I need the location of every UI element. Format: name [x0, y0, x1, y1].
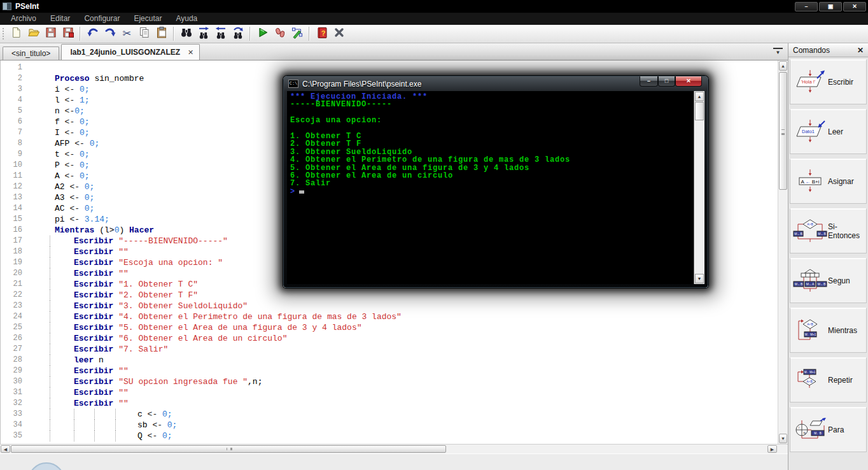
code-text: A2 <- 0; [55, 182, 94, 192]
menu-archivo[interactable]: Archivo [4, 13, 43, 25]
command-repetir[interactable]: M←M+1A<BRepetir [790, 357, 867, 402]
menu-ayuda[interactable]: Ayuda [169, 13, 204, 25]
restore-button[interactable]: ▣ [819, 2, 842, 11]
menu-editar[interactable]: Editar [43, 13, 77, 25]
console-scroll-thumb[interactable] [695, 102, 704, 120]
minimize-button[interactable]: – [795, 2, 818, 11]
editor-hscroll-thumb[interactable] [11, 445, 446, 453]
code-line-22[interactable]: 22Escribir "2. Obtener T F" [1, 290, 778, 301]
code-line-29[interactable]: 29Escribir "" [1, 366, 778, 376]
command-list: 'Hola !'EscribirDato1LeerA ← B+iAsignarA… [788, 57, 868, 470]
run-button[interactable] [254, 26, 271, 42]
command-segun[interactable]: M←BM←AM←BSegun [790, 258, 867, 303]
code-line-24[interactable]: 24Escribir "4. Obtener el Perimetro de u… [1, 311, 778, 322]
console-icon: C:\ [288, 80, 298, 88]
new-icon [10, 26, 23, 41]
command-leer[interactable]: Dato1Leer [790, 109, 867, 154]
cut-icon: ✂ [123, 28, 131, 39]
close-file-button[interactable] [330, 26, 347, 42]
save-button[interactable] [42, 26, 59, 42]
code-line-34[interactable]: 34sb <- 0; [1, 420, 778, 431]
close-icon[interactable]: ✕ [857, 46, 864, 55]
find-prev-button[interactable] [212, 26, 229, 42]
code-line-31[interactable]: 31Escribir "" [1, 387, 778, 398]
redo-button[interactable] [101, 26, 118, 42]
command-asignar[interactable]: A ← B+iAsignar [790, 159, 867, 204]
code-line-35[interactable]: 35Q <- 0; [1, 431, 778, 441]
editor-horizontal-scrollbar[interactable]: ◀ ▶ [0, 444, 788, 453]
code-line-23[interactable]: 23Escribir "3. Obtener SueldoLiquido" [1, 301, 778, 311]
console-scrollbar[interactable]: ▲ ▼ [694, 91, 704, 284]
close-icon[interactable]: ✕ [188, 48, 193, 57]
commands-panel-title: Comandos [793, 46, 857, 55]
cut-button[interactable]: ✂ [118, 26, 136, 42]
line-number: 20 [1, 268, 22, 279]
menu-configurar[interactable]: Configurar [77, 13, 127, 25]
code-text: A3 <- 0; [55, 192, 94, 203]
line-number: 13 [1, 192, 22, 203]
save-as-button[interactable] [59, 26, 76, 42]
replace-button[interactable] [229, 26, 246, 42]
find-next-icon [197, 26, 210, 41]
line-number: 15 [1, 214, 22, 225]
scroll-right-icon[interactable]: ▶ [767, 445, 777, 453]
copy-button[interactable] [136, 26, 153, 42]
code-text: Escribir "" [74, 268, 129, 279]
find-button[interactable] [178, 26, 195, 42]
command-para[interactable]: iNM←BPara [790, 407, 867, 452]
code-text: Escribir "7. Salir" [74, 344, 168, 355]
open-button[interactable] [25, 26, 42, 42]
run-steps-button[interactable] [271, 26, 288, 42]
scroll-down-icon[interactable]: ▼ [695, 274, 704, 283]
command-si-entonces[interactable]: A>BM←BM←BSi-Entonces [790, 208, 867, 253]
find-next-button[interactable] [195, 26, 212, 42]
code-line-1[interactable]: 1 [1, 62, 778, 73]
indent-guide [50, 366, 50, 376]
editor-vscroll-thumb[interactable] [779, 72, 787, 190]
code-line-27[interactable]: 27Escribir "7. Salir" [1, 344, 778, 355]
line-number: 16 [1, 225, 22, 236]
line-number: 22 [1, 290, 22, 301]
svg-text:M←M+1: M←M+1 [804, 371, 816, 374]
scroll-down-icon[interactable]: ▼ [779, 434, 787, 443]
console-line-4: Escoja una opcion: [290, 117, 694, 124]
code-line-28[interactable]: 28leer n [1, 355, 778, 366]
scroll-up-icon[interactable]: ▲ [779, 61, 787, 71]
console-maximize-button[interactable]: □ [658, 76, 675, 87]
code-line-32[interactable]: 32Escribir "" [1, 398, 778, 409]
help-button[interactable]: ? [313, 26, 330, 42]
console-close-button[interactable]: ✕ [675, 76, 702, 87]
command-escribir[interactable]: 'Hola !'Escribir [790, 59, 867, 104]
edit-flowchart-button[interactable] [288, 26, 305, 42]
indent-guide [50, 290, 50, 301]
editor-vertical-scrollbar[interactable]: ▲ ▼ [778, 61, 788, 444]
close-button[interactable]: ✕ [843, 2, 866, 11]
line-number: 33 [1, 409, 22, 420]
indent-guide [50, 387, 50, 398]
menu-ejecutar[interactable]: Ejecutar [127, 13, 169, 25]
svg-text:?: ? [321, 29, 325, 37]
tab-list-button[interactable]: ▼ [773, 48, 783, 56]
tab-sin-titulo[interactable]: <sin_titulo> [3, 46, 59, 60]
indent-guide [115, 431, 116, 441]
code-line-26[interactable]: 26Escribir "6. Obtener el Area de un cir… [1, 333, 778, 344]
indent-guide [74, 431, 74, 441]
undo-button[interactable] [84, 26, 101, 42]
line-number: 27 [1, 344, 22, 355]
paste-button[interactable] [153, 26, 170, 42]
line-number: 18 [1, 246, 22, 257]
scroll-left-icon[interactable]: ◀ [1, 445, 10, 453]
code-line-30[interactable]: 30Escribir "SU opcion ingresada fue ",n; [1, 376, 778, 387]
tab-lab1-24junio-luisgonzalez[interactable]: lab1_24junio_LUISGONZALEZ✕ [61, 44, 200, 60]
console-minimize-button[interactable]: – [640, 76, 658, 87]
code-text: AC <- 0; [55, 203, 94, 214]
code-line-33[interactable]: 33c <- 0; [1, 409, 778, 420]
scroll-up-icon[interactable]: ▲ [695, 92, 704, 101]
code-text: Escribir "2. Obtener T F" [74, 290, 198, 301]
indent-guide [50, 257, 50, 268]
command-mientras[interactable]: A<BM←M+1Mientras [790, 308, 867, 353]
console-window[interactable]: C:\ C:\Program Files\PSeInt\pseint.exe –… [283, 76, 708, 288]
code-text: Escribir "" [74, 398, 129, 409]
code-line-25[interactable]: 25Escribir "5. Obtener el Area de una fi… [1, 322, 778, 333]
new-button[interactable] [8, 26, 25, 42]
